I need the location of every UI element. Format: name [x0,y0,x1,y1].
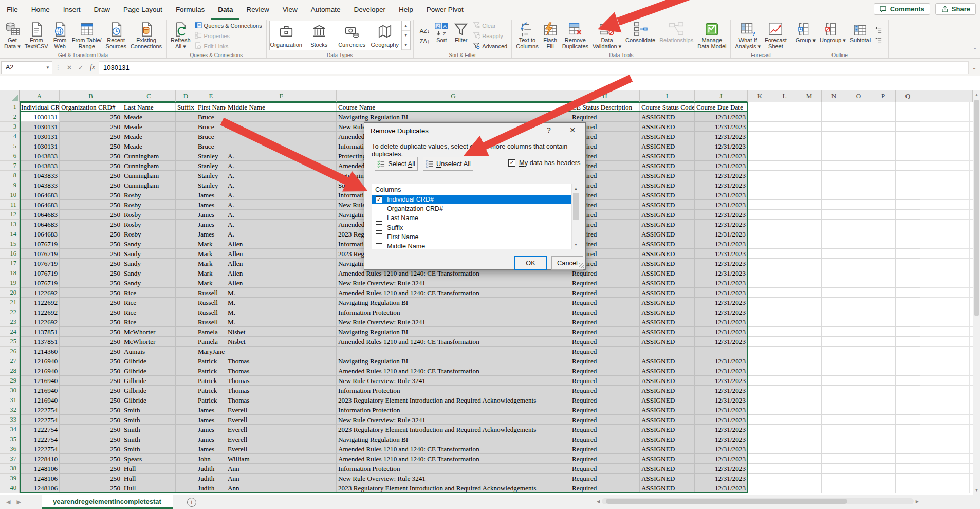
cell-M39[interactable] [797,474,822,483]
formula-input[interactable]: 1030131 [99,61,969,74]
cell-O12[interactable] [846,210,871,220]
cell-O25[interactable] [846,337,871,347]
cell-Q5[interactable] [896,141,920,151]
cell-I14[interactable]: ASSIGNED [640,229,695,239]
cell-A15[interactable]: 1076719 [20,239,60,249]
cell-O13[interactable] [846,220,871,229]
horizontal-scroll-thumb[interactable] [606,499,847,504]
cell-O20[interactable] [846,288,871,298]
cell-C38[interactable]: Hull [122,464,176,474]
cell-N40[interactable] [822,483,846,493]
cell-I22[interactable]: ASSIGNED [640,307,695,317]
cell-H31[interactable]: Required [570,395,640,405]
cell-K29[interactable] [748,376,772,386]
column-header-F[interactable]: F [226,90,337,102]
column-option-suffix[interactable]: Suffix [372,223,580,232]
cell-A39[interactable]: 1248106 [20,474,60,483]
cell-Q8[interactable] [896,171,920,180]
cell-B20[interactable]: 250 [60,288,122,298]
cell-C18[interactable]: Sandy [122,268,176,278]
cell-D33[interactable] [176,415,196,425]
cell-L12[interactable] [772,210,797,220]
row-header-22[interactable]: 22 [0,307,20,317]
cell-M40[interactable] [797,483,822,493]
columns-listbox[interactable]: Columns ✓Individual CRD#Organization CRD… [372,184,580,249]
cell-A37[interactable]: 1228410 [20,454,60,464]
cell-F32[interactable]: Everell [226,405,337,415]
menu-tab-home[interactable]: Home [25,0,57,20]
cell-K33[interactable] [748,415,772,425]
scroll-right-icon[interactable]: ▶ [914,499,921,504]
cell-F20[interactable]: M. [226,288,337,298]
cell-P39[interactable] [871,474,896,483]
cell-F27[interactable]: Thomas [226,356,337,366]
cell-N24[interactable] [822,327,846,337]
cell-F25[interactable]: Nisbet [226,337,337,347]
cell-H38[interactable]: Required [570,464,640,474]
cell-O34[interactable] [846,425,871,434]
cell-O22[interactable] [846,307,871,317]
cell-G39[interactable]: New Rule Overview: Rule 3241 [337,474,570,483]
cell-P17[interactable] [871,259,896,268]
cell-A34[interactable]: 1222754 [20,425,60,434]
cell-B37[interactable]: 250 [60,454,122,464]
column-header-N[interactable]: N [822,90,846,102]
cell-Q37[interactable] [896,454,920,464]
cell-A35[interactable]: 1222754 [20,434,60,444]
cell-A9[interactable]: 1043833 [20,180,60,190]
cell-O6[interactable] [846,151,871,161]
cell-N39[interactable] [822,474,846,483]
cell-F3[interactable] [226,122,337,132]
formula-bar-collapse-icon[interactable]: ⌄ [969,65,980,70]
cell-A7[interactable]: 1043833 [20,161,60,171]
cell-F14[interactable]: A. [226,229,337,239]
cell-A38[interactable]: 1248106 [20,464,60,474]
cell-O26[interactable] [846,347,871,356]
cell-B18[interactable]: 250 [60,268,122,278]
row-header-33[interactable]: 33 [0,415,20,425]
cell-J31[interactable]: 12/31/2023 [695,395,748,405]
cell-C36[interactable]: Smith [122,444,176,454]
row-header-21[interactable]: 21 [0,298,20,307]
cell-I37[interactable]: ASSIGNED [640,454,695,464]
cell-A22[interactable]: 1122692 [20,307,60,317]
cell-A21[interactable]: 1122692 [20,298,60,307]
menu-tab-automate[interactable]: Automate [304,0,347,20]
cell-F31[interactable]: Thomas [226,395,337,405]
cell-G29[interactable]: New Rule Overview: Rule 3241 [337,376,570,386]
cell-F38[interactable]: Ann [226,464,337,474]
cell-I21[interactable]: ASSIGNED [640,298,695,307]
cell-G28[interactable]: Amended Rules 1210 and 1240: CE Transfor… [337,366,570,376]
cell-I36[interactable]: ASSIGNED [640,444,695,454]
row-header-24[interactable]: 24 [0,327,20,337]
row-header-12[interactable]: 12 [0,210,20,220]
row-header-8[interactable]: 8 [0,171,20,180]
cell-A40[interactable]: 1248106 [20,483,60,493]
cell-O39[interactable] [846,474,871,483]
cell-J13[interactable]: 12/31/2023 [695,220,748,229]
cell-H21[interactable]: Required [570,298,640,307]
cell-L31[interactable] [772,395,797,405]
cell-B25[interactable]: 250 [60,337,122,347]
cell-N22[interactable] [822,307,846,317]
row-header-16[interactable]: 16 [0,249,20,259]
cell-B35[interactable]: 250 [60,434,122,444]
column-option-organization-crd[interactable]: Organization CRD# [372,204,580,213]
cell-A13[interactable]: 1064683 [20,220,60,229]
cell-H22[interactable]: Required [570,307,640,317]
cancel-entry-icon[interactable]: ✕ [64,64,75,71]
cell-K16[interactable] [748,249,772,259]
cell-E31[interactable]: Patrick [196,395,226,405]
cell-L5[interactable] [772,141,797,151]
cell-I35[interactable]: ASSIGNED [640,434,695,444]
vertical-scrollbar[interactable]: ▲▼ [973,90,980,495]
cell-D36[interactable] [176,444,196,454]
cell-P13[interactable] [871,220,896,229]
cell-Q36[interactable] [896,444,920,454]
cell-F15[interactable]: Allen [226,239,337,249]
cell-O17[interactable] [846,259,871,268]
cell-P5[interactable] [871,141,896,151]
cell-I20[interactable]: ASSIGNED [640,288,695,298]
cell-A14[interactable]: 1064683 [20,229,60,239]
cell-B21[interactable]: 250 [60,298,122,307]
